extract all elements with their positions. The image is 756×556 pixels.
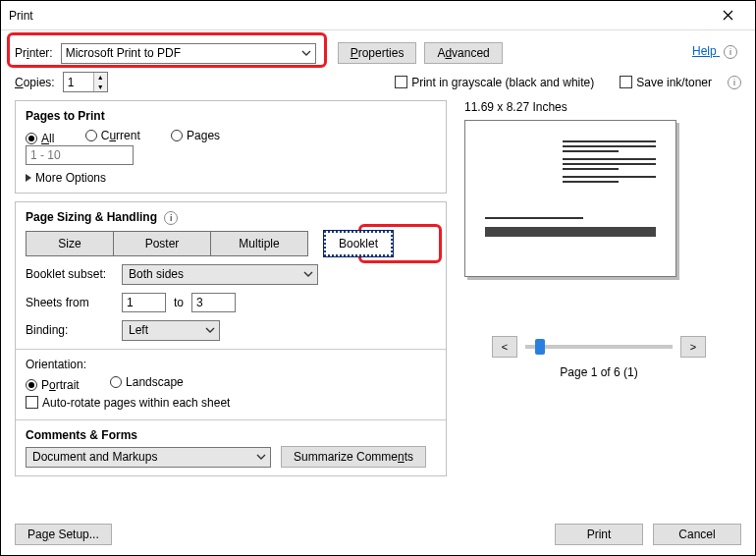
binding-label: Binding:	[26, 323, 114, 337]
orientation-landscape-radio[interactable]: Landscape	[110, 375, 184, 389]
preview-prev-button[interactable]: <	[492, 336, 517, 358]
pages-range-radio[interactable]: Pages	[171, 129, 220, 142]
autorotate-label: Auto-rotate pages within each sheet	[42, 396, 230, 410]
print-button[interactable]: Print	[555, 524, 643, 545]
printer-label: Printer:	[15, 46, 53, 60]
orientation-title: Orientation:	[26, 358, 436, 371]
booklet-subset-value: Both sides	[129, 267, 184, 281]
titlebar: Print	[1, 1, 755, 30]
close-button[interactable]	[708, 1, 747, 30]
help-label: Help	[692, 44, 717, 58]
booklet-subset-label: Booklet subset:	[26, 267, 114, 281]
sizing-title: Page Sizing & Handling i	[26, 210, 436, 225]
sheets-to-label: to	[174, 296, 184, 309]
checkbox-icon	[620, 76, 632, 88]
sizing-panel: Page Sizing & Handling i Size Poster Mul…	[15, 201, 447, 476]
comments-title: Comments & Forms	[26, 428, 436, 442]
preview-page	[464, 120, 676, 277]
tab-booklet[interactable]: Booklet	[324, 231, 393, 256]
more-options-label: More Options	[35, 171, 106, 185]
pages-range-input[interactable]: 1 - 10	[26, 145, 134, 165]
radio-icon	[171, 130, 183, 141]
preview-next-button[interactable]: >	[680, 336, 706, 358]
radio-icon	[110, 376, 122, 388]
tab-size[interactable]: Size	[26, 231, 114, 256]
preview-line	[485, 217, 583, 219]
copies-spinner[interactable]: ▲▼	[63, 72, 108, 92]
preview-dimensions: 11.69 x 8.27 Inches	[464, 100, 741, 114]
properties-button[interactable]: Properties	[338, 42, 417, 64]
help-link[interactable]: Help i	[692, 44, 737, 59]
window-title: Print	[9, 9, 708, 23]
landscape-label: Landscape	[126, 375, 184, 389]
pages-range-label: Pages	[187, 129, 220, 142]
radio-icon	[26, 133, 37, 144]
orientation-portrait-radio[interactable]: Portrait	[26, 378, 80, 392]
triangle-right-icon	[26, 174, 31, 182]
saveink-checkbox[interactable]: Save ink/toner	[620, 76, 712, 89]
checkbox-icon	[26, 396, 38, 409]
pages-to-print-panel: Pages to Print All Current Pages 1 - 10	[15, 100, 447, 194]
chevron-down-icon	[302, 268, 314, 280]
tab-multiple[interactable]: Multiple	[210, 231, 308, 256]
comments-select[interactable]: Document and Markups	[26, 447, 271, 468]
advanced-button[interactable]: Advanced	[424, 42, 502, 64]
pages-current-radio[interactable]: Current	[85, 129, 140, 142]
binding-value: Left	[129, 323, 148, 337]
close-icon	[723, 10, 733, 21]
pages-all-radio[interactable]: All	[26, 132, 54, 145]
chevron-down-icon	[255, 451, 267, 463]
checkbox-icon	[395, 76, 407, 88]
copies-label: Copies:	[15, 76, 55, 89]
sheets-from-label: Sheets from	[26, 296, 114, 309]
cancel-button[interactable]: Cancel	[653, 524, 741, 545]
chevron-down-icon	[300, 47, 312, 59]
printer-value: Microsoft Print to PDF	[66, 46, 181, 60]
page-setup-button[interactable]: Page Setup...	[15, 524, 112, 545]
info-icon: i	[724, 45, 737, 59]
pages-title: Pages to Print	[26, 109, 436, 123]
slider-thumb[interactable]	[535, 339, 545, 355]
radio-icon	[85, 130, 97, 141]
binding-select[interactable]: Left	[122, 320, 220, 341]
printer-select[interactable]: Microsoft Print to PDF	[61, 43, 316, 64]
preview-slider[interactable]	[525, 345, 673, 349]
preview-bar	[485, 227, 656, 237]
summarize-comments-button[interactable]: Summarize Comments	[281, 446, 426, 468]
preview-text-lines	[563, 140, 656, 186]
grayscale-label: Print in grayscale (black and white)	[411, 76, 594, 89]
radio-icon	[26, 379, 37, 391]
sheets-from-input[interactable]: 1	[122, 293, 166, 312]
chevron-down-icon	[204, 324, 216, 336]
info-icon[interactable]: i	[728, 76, 741, 89]
tab-poster[interactable]: Poster	[113, 231, 211, 256]
booklet-subset-select[interactable]: Both sides	[122, 264, 318, 285]
saveink-label: Save ink/toner	[636, 76, 712, 89]
sheets-to-input[interactable]: 3	[191, 293, 236, 312]
more-options-toggle[interactable]: More Options	[26, 171, 436, 185]
info-icon[interactable]: i	[164, 211, 178, 225]
page-indicator: Page 1 of 6 (1)	[457, 365, 741, 379]
comments-value: Document and Markups	[32, 450, 157, 464]
grayscale-checkbox[interactable]: Print in grayscale (black and white)	[395, 76, 594, 89]
spinner-buttons[interactable]: ▲▼	[93, 73, 107, 91]
autorotate-checkbox[interactable]: Auto-rotate pages within each sheet	[26, 396, 230, 410]
